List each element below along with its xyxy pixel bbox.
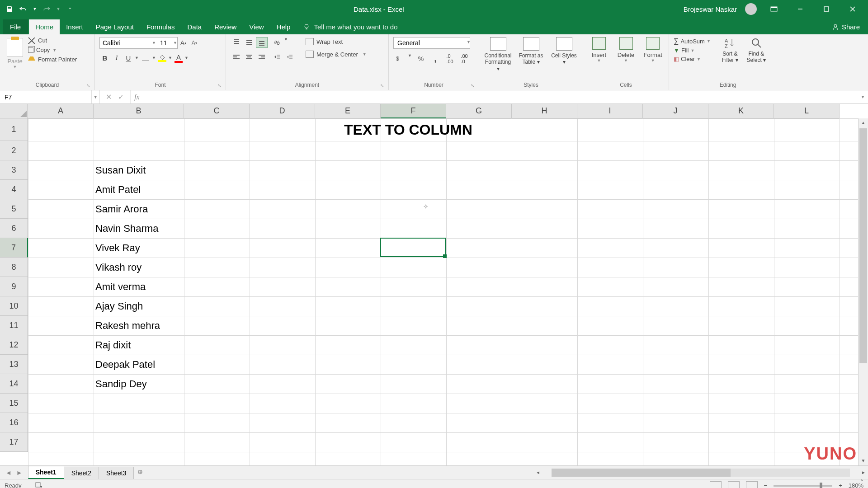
- cell-content[interactable]: Vikash roy: [94, 258, 142, 277]
- clear-button[interactable]: ◧Clear▼: [674, 56, 711, 62]
- column-header[interactable]: J: [643, 104, 708, 118]
- tell-me-search[interactable]: Tell me what you want to do: [297, 19, 404, 34]
- scroll-up-icon[interactable]: ▲: [859, 118, 868, 127]
- row-header[interactable]: 1: [0, 118, 28, 141]
- cell-styles-button[interactable]: Cell Styles ▾: [550, 37, 578, 81]
- qat-customize-icon[interactable]: ⁼: [66, 5, 74, 13]
- scroll-right-icon[interactable]: ►: [859, 470, 868, 475]
- macro-record-icon[interactable]: [35, 482, 42, 488]
- sheet-nav-last-icon[interactable]: ►: [16, 469, 23, 476]
- format-painter-button[interactable]: Format Painter: [28, 56, 77, 63]
- border-button[interactable]: [140, 52, 151, 63]
- avatar[interactable]: [745, 3, 757, 15]
- title-cell[interactable]: TEXT TO COLUMN: [342, 118, 472, 141]
- save-icon[interactable]: [5, 5, 14, 13]
- paste-button[interactable]: Paste ▼: [5, 37, 25, 81]
- cell-content[interactable]: Amit verma: [94, 277, 146, 296]
- vertical-scroll-thumb[interactable]: [859, 128, 867, 363]
- number-launcher-icon[interactable]: ⤡: [471, 83, 474, 88]
- sheet-tab[interactable]: Sheet2: [64, 467, 99, 479]
- row-header[interactable]: 14: [0, 374, 28, 394]
- cancel-formula-icon[interactable]: ✕: [106, 93, 112, 101]
- cell-content[interactable]: Amit Patel: [94, 180, 141, 199]
- cell-content[interactable]: Samir Arora: [94, 199, 148, 219]
- redo-icon[interactable]: [42, 5, 51, 13]
- cut-button[interactable]: Cut: [28, 37, 77, 44]
- row-header[interactable]: 6: [0, 219, 28, 238]
- cell-content[interactable]: Deepak Patel: [94, 355, 155, 374]
- decrease-decimal-button[interactable]: .00.0: [458, 53, 470, 64]
- row-header[interactable]: 12: [0, 335, 28, 355]
- cell-content[interactable]: Navin Sharma: [94, 219, 158, 238]
- font-name-input[interactable]: [99, 37, 158, 49]
- row-header[interactable]: 7: [0, 238, 28, 258]
- fx-icon[interactable]: fx: [131, 90, 143, 103]
- maximize-button[interactable]: [817, 0, 835, 18]
- zoom-out-button[interactable]: −: [764, 482, 768, 488]
- row-header[interactable]: 9: [0, 277, 28, 296]
- name-box-dropdown-icon[interactable]: ▼: [91, 90, 99, 103]
- align-center-button[interactable]: [243, 52, 255, 62]
- collapse-ribbon-icon[interactable]: ˄: [860, 479, 863, 485]
- sheet-nav-first-icon[interactable]: ◄: [5, 469, 12, 476]
- fill-color-dropdown-icon[interactable]: ▼: [168, 56, 173, 60]
- row-header[interactable]: 8: [0, 258, 28, 277]
- page-layout-view-button[interactable]: [728, 481, 740, 488]
- row-header[interactable]: 2: [0, 141, 28, 160]
- font-color-dropdown-icon[interactable]: ▼: [184, 56, 189, 60]
- fill-handle[interactable]: [443, 254, 447, 258]
- expand-formula-bar-icon[interactable]: ▾: [857, 90, 868, 103]
- alignment-launcher-icon[interactable]: ⤡: [380, 83, 384, 88]
- format-cells-button[interactable]: Format▼: [642, 37, 664, 81]
- tab-page-layout[interactable]: Page Layout: [90, 19, 140, 34]
- undo-icon[interactable]: [19, 5, 27, 13]
- clipboard-launcher-icon[interactable]: ⤡: [86, 83, 90, 88]
- decrease-font-icon[interactable]: A▾: [190, 38, 199, 48]
- wrap-text-button[interactable]: Wrap Text: [303, 37, 369, 46]
- accounting-format-button[interactable]: $: [393, 53, 405, 64]
- zoom-slider[interactable]: [774, 485, 832, 487]
- selected-cell[interactable]: [380, 238, 446, 257]
- cell-content[interactable]: Susan Dixit: [94, 160, 146, 180]
- column-header[interactable]: D: [250, 104, 315, 118]
- scroll-left-icon[interactable]: ◄: [533, 470, 542, 475]
- format-as-table-button[interactable]: Format as Table ▾: [517, 37, 545, 81]
- align-right-button[interactable]: [256, 52, 268, 62]
- underline-dropdown-icon[interactable]: ▼: [135, 56, 139, 60]
- conditional-formatting-button[interactable]: Conditional Formatting ▾: [484, 37, 512, 81]
- align-middle-button[interactable]: [243, 37, 255, 48]
- percent-button[interactable]: %: [415, 53, 427, 64]
- italic-button[interactable]: I: [111, 52, 122, 63]
- close-button[interactable]: [844, 0, 862, 18]
- cell-content[interactable]: Raj dixit: [94, 335, 131, 355]
- tab-insert[interactable]: Insert: [60, 19, 90, 34]
- find-select-button[interactable]: Find & Select ▾: [745, 37, 768, 81]
- select-all-corner[interactable]: [0, 104, 28, 118]
- tab-home[interactable]: Home: [29, 19, 60, 34]
- minimize-button[interactable]: [791, 0, 809, 18]
- sort-filter-button[interactable]: AZSort & Filter ▾: [719, 37, 741, 81]
- row-header[interactable]: 4: [0, 180, 28, 199]
- column-header[interactable]: K: [708, 104, 774, 118]
- decrease-indent-button[interactable]: [271, 52, 283, 62]
- tab-formulas[interactable]: Formulas: [140, 19, 181, 34]
- sheet-tab[interactable]: Sheet1: [28, 466, 64, 479]
- name-box-input[interactable]: [0, 94, 91, 101]
- increase-indent-button[interactable]: [284, 52, 296, 62]
- horizontal-scroll-thumb[interactable]: [552, 469, 731, 477]
- cell-content[interactable]: Ajay Singh: [94, 296, 143, 316]
- column-header[interactable]: F: [381, 104, 446, 118]
- align-bottom-button[interactable]: [256, 37, 268, 48]
- ribbon-display-icon[interactable]: [765, 0, 783, 18]
- delete-cells-button[interactable]: Delete▼: [615, 37, 637, 81]
- column-header[interactable]: H: [512, 104, 577, 118]
- font-size-input[interactable]: [158, 37, 178, 49]
- align-left-button[interactable]: [231, 52, 242, 62]
- tab-file[interactable]: File: [3, 19, 28, 34]
- font-launcher-icon[interactable]: ⤡: [217, 83, 221, 88]
- vertical-scrollbar[interactable]: ▲ ▼: [858, 118, 868, 465]
- merge-center-button[interactable]: Merge & Center▼: [303, 50, 369, 59]
- accounting-dropdown-icon[interactable]: ▼: [408, 53, 412, 64]
- column-header[interactable]: L: [774, 104, 840, 118]
- sheet-tab[interactable]: Sheet3: [99, 467, 134, 479]
